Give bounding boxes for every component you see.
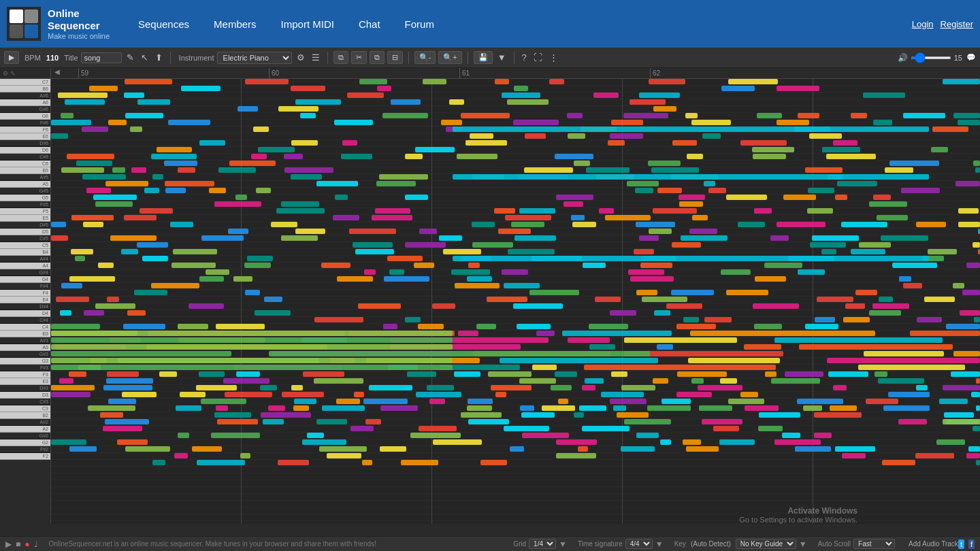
key-G6[interactable]: G6 [0,113,50,120]
note[interactable] [721,269,751,275]
note[interactable] [826,154,876,159]
note[interactable] [170,222,193,227]
note[interactable] [863,93,905,98]
note[interactable] [467,405,492,411]
note[interactable] [529,290,579,295]
note[interactable] [443,249,481,254]
note[interactable] [562,331,672,336]
note[interactable] [771,378,820,384]
key-A6[interactable]: A6 [0,99,50,106]
key-A5[interactable]: A5 [0,181,50,188]
note[interactable] [814,433,832,438]
note[interactable] [613,405,626,411]
note[interactable] [649,229,672,234]
note[interactable] [636,433,659,438]
note[interactable] [314,378,363,384]
key-B5[interactable]: B5 [0,167,50,174]
note[interactable] [744,344,781,350]
note[interactable] [217,419,258,424]
note[interactable] [69,276,115,282]
note[interactable] [65,99,105,105]
note[interactable] [966,263,980,268]
key-C#3[interactable]: C#3 [0,399,50,405]
note[interactable] [798,269,825,275]
note[interactable] [314,317,363,322]
key-A#3[interactable]: A#3 [0,337,50,344]
note[interactable] [253,127,269,132]
note[interactable] [574,412,584,418]
note[interactable] [316,419,347,424]
note[interactable] [630,99,666,105]
key-G#2[interactable]: G#2 [0,433,50,439]
note[interactable] [468,263,480,268]
note[interactable] [608,140,625,146]
note[interactable] [418,324,444,329]
note[interactable] [648,161,681,166]
note[interactable] [100,412,123,418]
note[interactable] [599,208,614,214]
note[interactable] [835,446,875,452]
note[interactable] [851,249,885,254]
note[interactable] [745,405,779,411]
note[interactable] [958,120,980,125]
note[interactable] [201,399,246,404]
note[interactable] [59,378,74,384]
note[interactable] [196,385,237,390]
note[interactable] [688,358,780,363]
note[interactable] [181,86,220,91]
note[interactable] [892,263,937,268]
note[interactable] [125,79,172,84]
key-select[interactable]: No Key Guide [736,539,796,549]
note[interactable] [225,392,272,397]
note[interactable] [451,269,490,275]
note[interactable] [601,392,644,397]
note[interactable] [579,405,606,411]
note[interactable] [510,446,524,452]
note[interactable] [532,365,557,370]
note[interactable] [795,446,831,452]
note[interactable] [121,249,138,254]
note[interactable] [931,147,948,152]
note-long[interactable] [943,79,980,84]
note[interactable] [698,385,742,390]
note[interactable] [103,426,142,431]
note[interactable] [624,419,671,424]
note[interactable] [122,392,157,397]
note[interactable] [555,371,577,377]
note[interactable] [574,161,590,166]
note[interactable] [192,446,222,452]
note[interactable] [651,167,699,173]
note[interactable] [649,79,685,84]
note[interactable] [774,337,943,343]
chat-icon[interactable]: 💬 [966,53,976,62]
note[interactable] [502,93,540,98]
note[interactable] [258,147,295,152]
note[interactable] [172,263,216,268]
note[interactable] [461,412,502,418]
note[interactable] [721,86,755,91]
note[interactable] [168,120,210,125]
note[interactable] [830,405,857,411]
key-D3[interactable]: D3 [0,392,50,399]
note[interactable] [943,385,980,390]
note[interactable] [692,215,708,220]
note[interactable] [214,412,251,418]
note[interactable] [568,337,610,343]
note[interactable] [84,310,104,316]
note[interactable] [419,229,437,234]
add-audio-track-button[interactable]: Add Audio Track [909,540,958,548]
note[interactable] [502,269,528,275]
note[interactable] [377,86,391,91]
note[interactable] [797,399,843,404]
note[interactable] [472,242,513,248]
note[interactable] [256,188,271,193]
note[interactable] [753,303,799,309]
note[interactable] [915,453,954,458]
note[interactable] [953,113,980,118]
note[interactable] [494,208,515,214]
note[interactable] [415,147,455,152]
note[interactable] [973,161,980,166]
note[interactable] [881,235,928,241]
note[interactable] [536,331,555,336]
note[interactable] [595,297,621,302]
